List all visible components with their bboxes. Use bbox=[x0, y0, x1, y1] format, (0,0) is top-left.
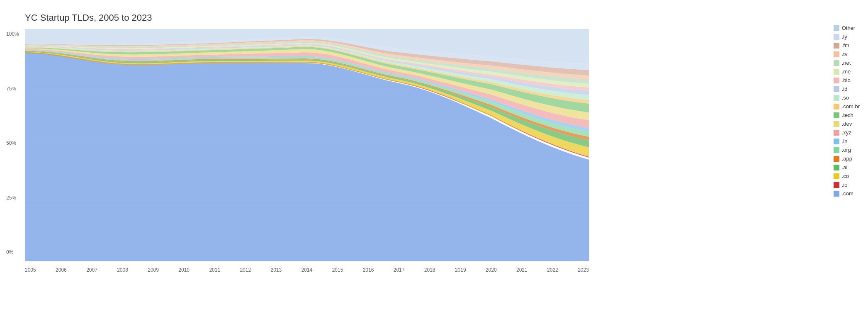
legend-color bbox=[834, 165, 839, 170]
legend-label: .ai bbox=[842, 164, 848, 170]
legend-color bbox=[834, 139, 839, 144]
legend-color bbox=[834, 25, 839, 31]
legend-item-dev: .dev bbox=[834, 121, 860, 127]
legend-color bbox=[834, 112, 839, 118]
x-label-2013: 2013 bbox=[271, 267, 282, 273]
legend-label: .net bbox=[842, 60, 851, 66]
x-label-2009: 2009 bbox=[148, 267, 159, 273]
x-label-2023: 2023 bbox=[578, 267, 589, 273]
legend-item-bio: .bio bbox=[834, 77, 860, 83]
x-label-2011: 2011 bbox=[209, 267, 220, 273]
x-label-2006: 2006 bbox=[56, 267, 67, 273]
y-label-25: 25% bbox=[6, 195, 19, 201]
legend-label: .app bbox=[842, 156, 852, 162]
legend-item-co: .co bbox=[834, 173, 860, 179]
legend-label: .com bbox=[842, 190, 853, 197]
legend-label: .bio bbox=[842, 77, 851, 83]
y-label-0: 0% bbox=[6, 249, 19, 255]
chart-container: YC Startup TLDs, 2005 to 2023 100% 75% 5… bbox=[0, 0, 868, 309]
x-label-2012: 2012 bbox=[240, 267, 251, 273]
legend-label: .io bbox=[842, 182, 848, 188]
legend-color bbox=[834, 104, 839, 109]
legend-label: Other bbox=[842, 25, 856, 31]
legend-label: .tech bbox=[842, 112, 853, 118]
legend-color bbox=[834, 78, 839, 83]
legend-color bbox=[834, 86, 839, 92]
legend-item-io: .io bbox=[834, 182, 860, 188]
legend-item-id: .id bbox=[834, 86, 860, 92]
legend-color bbox=[834, 95, 839, 101]
legend-item-ai: .ai bbox=[834, 164, 860, 170]
legend-label: .com.br bbox=[842, 103, 860, 109]
x-label-2008: 2008 bbox=[117, 267, 128, 273]
x-label-2010: 2010 bbox=[178, 267, 190, 273]
y-label-100: 100% bbox=[6, 31, 19, 37]
legend-color bbox=[834, 60, 839, 66]
x-label-2022: 2022 bbox=[547, 267, 558, 273]
legend-label: .co bbox=[842, 173, 849, 179]
legend-color bbox=[834, 147, 839, 153]
legend-item-net: .net bbox=[834, 60, 860, 66]
x-label-2005: 2005 bbox=[25, 267, 36, 273]
legend-color bbox=[834, 69, 839, 75]
legend-color bbox=[834, 51, 839, 57]
legend-item-ly: .ly bbox=[834, 34, 860, 40]
legend-label: .ly bbox=[842, 34, 847, 40]
legend-label: .org bbox=[842, 147, 851, 153]
legend-item-fm: .fm bbox=[834, 42, 860, 49]
x-label-2007: 2007 bbox=[86, 267, 97, 273]
y-label-75: 75% bbox=[6, 86, 19, 92]
y-label-50: 50% bbox=[6, 140, 19, 146]
x-label-2016: 2016 bbox=[363, 267, 374, 273]
legend-item-com.br: .com.br bbox=[834, 103, 860, 109]
chart-title: YC Startup TLDs, 2005 to 2023 bbox=[25, 12, 868, 23]
legend-color bbox=[834, 121, 839, 127]
x-label-2014: 2014 bbox=[301, 267, 313, 273]
legend-item-app: .app bbox=[834, 156, 860, 162]
legend-label: .in bbox=[842, 138, 848, 144]
x-label-2019: 2019 bbox=[455, 267, 466, 273]
legend-color bbox=[834, 34, 839, 40]
legend-color bbox=[834, 43, 839, 49]
x-label-2020: 2020 bbox=[486, 267, 497, 273]
legend-label: .xyz bbox=[842, 129, 851, 136]
x-label-2015: 2015 bbox=[332, 267, 343, 273]
legend-label: .tv bbox=[842, 51, 848, 57]
chart-svg bbox=[25, 29, 589, 261]
legend-label: .fm bbox=[842, 42, 849, 49]
legend-label: .so bbox=[842, 95, 849, 101]
legend-color bbox=[834, 182, 839, 188]
x-label-2021: 2021 bbox=[516, 267, 528, 273]
legend-item-in: .in bbox=[834, 138, 860, 144]
x-label-2017: 2017 bbox=[394, 267, 405, 273]
legend-label: .me bbox=[842, 68, 851, 75]
legend-color bbox=[834, 191, 839, 197]
legend-item-tech: .tech bbox=[834, 112, 860, 118]
legend-label: .dev bbox=[842, 121, 852, 127]
legend-item-org: .org bbox=[834, 147, 860, 153]
legend-color bbox=[834, 173, 839, 179]
legend-item-so: .so bbox=[834, 95, 860, 101]
legend-color bbox=[834, 130, 839, 136]
legend: Other .ly .fm .tv .net .me .bio .id .so … bbox=[834, 25, 860, 197]
legend-item-xyz: .xyz bbox=[834, 129, 860, 136]
x-label-2018: 2018 bbox=[424, 267, 435, 273]
legend-label: .id bbox=[842, 86, 848, 92]
legend-item-me: .me bbox=[834, 68, 860, 75]
legend-item-Other: Other bbox=[834, 25, 860, 31]
legend-item-tv: .tv bbox=[834, 51, 860, 57]
legend-color bbox=[834, 156, 839, 162]
legend-item-com: .com bbox=[834, 190, 860, 197]
